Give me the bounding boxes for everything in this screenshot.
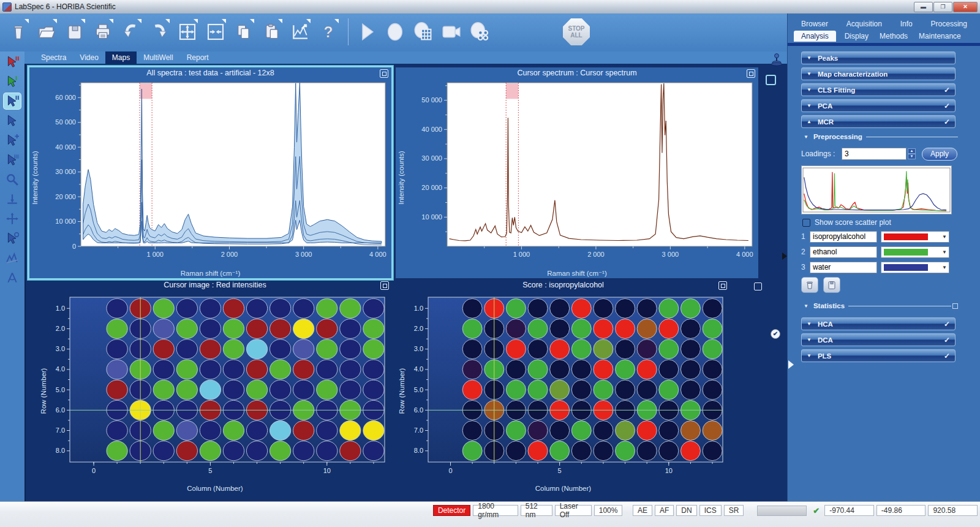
- cursor-green-icon[interactable]: [4, 74, 21, 89]
- svg-text:3.0: 3.0: [414, 345, 423, 352]
- component-color-picker[interactable]: ▼: [881, 246, 949, 258]
- tab-multiwell[interactable]: MultiWell: [137, 51, 179, 64]
- restore-window-icon[interactable]: [380, 281, 389, 290]
- component-color-picker[interactable]: ▼: [881, 262, 949, 273]
- minimize-button[interactable]: ▬: [914, 2, 933, 12]
- loadings-input[interactable]: [842, 148, 907, 160]
- component-name-input[interactable]: [810, 262, 877, 273]
- cursor-multi-icon[interactable]: [4, 152, 21, 168]
- cursor-circle-icon[interactable]: [4, 230, 21, 246]
- panel-tab-display[interactable]: Display: [842, 31, 871, 42]
- panel-tab-methods[interactable]: Methods: [877, 31, 910, 42]
- section-mcr[interactable]: ▲ MCR✓: [801, 115, 956, 128]
- status-detector[interactable]: Detector: [433, 505, 470, 516]
- step-up-icon[interactable]: ▲: [908, 148, 916, 154]
- section-map-characterization[interactable]: ▼ Map characterization: [801, 67, 956, 80]
- move-axes-icon[interactable]: [4, 211, 21, 227]
- component-name-input[interactable]: [810, 231, 877, 243]
- panel-collapse-arrow[interactable]: [782, 252, 787, 260]
- cursor-select-icon[interactable]: [4, 93, 21, 109]
- status-laser-off[interactable]: Laser Off: [555, 505, 592, 516]
- restore-window-icon[interactable]: [718, 281, 727, 290]
- dock-window-icon[interactable]: [754, 282, 762, 290]
- toggle-sr[interactable]: SR: [724, 505, 744, 516]
- open-file-icon[interactable]: [33, 17, 60, 47]
- panel-tab-analysis[interactable]: Analysis: [794, 31, 836, 42]
- undo-icon[interactable]: [118, 17, 145, 47]
- svg-text:60 000: 60 000: [55, 94, 76, 101]
- autoscale-icon[interactable]: [174, 17, 201, 47]
- section-pca[interactable]: ▼ PCA✓: [801, 99, 956, 112]
- multiwell-acquisition-icon[interactable]: [466, 17, 493, 47]
- angle-measure-icon[interactable]: [4, 270, 21, 286]
- cursor-image-plot[interactable]: 1.02.03.04.05.06.07.08.00510: [38, 291, 392, 483]
- panel-expand-arrow[interactable]: [788, 360, 794, 369]
- tab-maps[interactable]: Maps: [105, 51, 137, 64]
- statistics-header[interactable]: ▼ Statistics: [801, 300, 959, 311]
- stop-all-button[interactable]: STOP ALL: [563, 18, 590, 45]
- print-icon[interactable]: [89, 17, 116, 47]
- paste-icon[interactable]: [258, 17, 285, 47]
- save-file-icon[interactable]: [61, 17, 88, 47]
- component-name-input[interactable]: [810, 246, 877, 258]
- play-icon[interactable]: [353, 17, 380, 47]
- apply-button[interactable]: Apply: [922, 148, 957, 161]
- panel-tab-info[interactable]: Info: [898, 18, 915, 29]
- cursor-red-icon[interactable]: [4, 54, 21, 70]
- section-pls[interactable]: ▼ PLS✓: [801, 349, 956, 362]
- panel-tab-browser[interactable]: Browser: [799, 18, 831, 29]
- video-acquisition-icon[interactable]: [438, 17, 465, 47]
- status-512-nm[interactable]: 512 nm: [521, 505, 552, 516]
- split-view-icon[interactable]: [202, 17, 229, 47]
- delete-component-button[interactable]: [801, 277, 818, 293]
- chart-tools-icon[interactable]: [287, 17, 314, 47]
- loadings-stepper[interactable]: ▲▼: [908, 148, 916, 159]
- preprocessing-header[interactable]: ▼ Preprocessing: [801, 131, 959, 142]
- detach-icon[interactable]: [952, 303, 958, 309]
- restore-window-icon[interactable]: [380, 69, 388, 78]
- peak-fit-icon[interactable]: [4, 250, 21, 266]
- joystick-icon[interactable]: [771, 53, 783, 66]
- tab-video[interactable]: Video: [73, 51, 105, 64]
- restore-window-icon[interactable]: [747, 69, 755, 78]
- status-1800-gr-mm[interactable]: 1800 gr/mm: [473, 505, 518, 516]
- cursor-spectrum-plot[interactable]: 1 0002 0003 0004 00010 00020 00030 00040…: [396, 79, 758, 268]
- all-spectra-plot[interactable]: 1 0002 0003 0004 000010 00020 00030 0004…: [29, 79, 391, 268]
- save-components-button[interactable]: [823, 277, 840, 293]
- baseline-icon[interactable]: [4, 191, 21, 207]
- cursor-add-icon[interactable]: [4, 132, 21, 148]
- tab-report[interactable]: Report: [180, 51, 216, 64]
- section-cls-fitting[interactable]: ▼ CLS Fitting✓: [801, 83, 956, 96]
- redo-icon[interactable]: [146, 17, 173, 47]
- svg-text:10: 10: [323, 467, 331, 474]
- help-icon[interactable]: ?: [315, 17, 342, 47]
- cursor-plain-icon[interactable]: [4, 113, 21, 129]
- step-down-icon[interactable]: ▼: [908, 154, 916, 159]
- record-icon[interactable]: [382, 17, 409, 47]
- svg-text:2.0: 2.0: [414, 325, 423, 332]
- tab-spectra[interactable]: Spectra: [34, 51, 73, 64]
- panel-tab-maintenance[interactable]: Maintenance: [916, 31, 963, 42]
- component-color-picker[interactable]: ▼: [881, 231, 949, 243]
- section-peaks[interactable]: ▼ Peaks: [801, 51, 956, 64]
- panel-tab-acquisition[interactable]: Acquisition: [844, 18, 884, 29]
- map-acquisition-icon[interactable]: [410, 17, 437, 47]
- status-100-[interactable]: 100%: [594, 505, 623, 516]
- restore-button[interactable]: ❐: [933, 2, 952, 12]
- show-scatter-checkbox[interactable]: [802, 219, 810, 227]
- score-map-plot[interactable]: 1.02.03.04.05.06.07.08.00510: [396, 291, 730, 483]
- section-hca[interactable]: ▼ HCA✓: [801, 317, 956, 330]
- toggle-ae[interactable]: AE: [633, 505, 652, 516]
- zoom-icon[interactable]: [4, 172, 21, 188]
- close-button[interactable]: ✕: [953, 2, 978, 12]
- section-dca[interactable]: ▼ DCA✓: [801, 333, 956, 346]
- new-document-icon[interactable]: [5, 17, 32, 47]
- check-icon: ✓: [944, 102, 950, 110]
- panel-tab-processing[interactable]: Processing: [929, 18, 970, 29]
- toggle-ics[interactable]: ICS: [699, 505, 722, 516]
- dock-toggle-icon[interactable]: [766, 75, 776, 85]
- toggle-af[interactable]: AF: [655, 505, 674, 516]
- copy-icon[interactable]: [230, 17, 257, 47]
- toggle-dn[interactable]: DN: [676, 505, 696, 516]
- cursor-spectrum-checkbox[interactable]: ✔: [771, 329, 780, 339]
